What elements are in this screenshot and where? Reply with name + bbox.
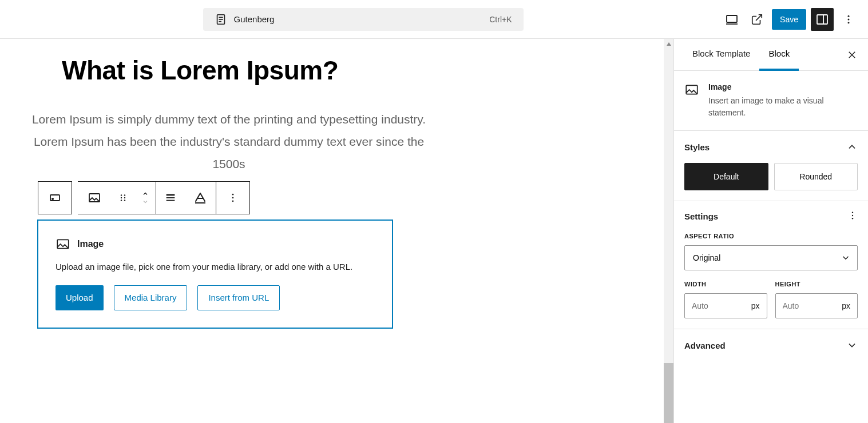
aspect-ratio-label: ASPECT RATIO	[684, 233, 858, 240]
settings-options-button[interactable]	[847, 210, 858, 222]
height-unit[interactable]: px	[842, 301, 850, 310]
caption-icon	[193, 191, 207, 205]
placeholder-title: Image	[77, 239, 104, 249]
scrollbar-up-icon[interactable]	[664, 39, 673, 49]
more-vertical-icon	[843, 14, 854, 25]
align-icon	[164, 191, 177, 204]
svg-line-6	[756, 14, 762, 20]
advanced-heading: Advanced	[684, 341, 726, 350]
close-sidebar-button[interactable]	[844, 47, 860, 63]
svg-point-10	[848, 18, 850, 20]
style-default-button[interactable]: Default	[684, 163, 768, 190]
styles-heading: Styles	[684, 142, 710, 152]
align-button[interactable]	[156, 182, 185, 214]
svg-rect-23	[167, 199, 175, 201]
svg-marker-29	[667, 42, 671, 46]
svg-point-25	[232, 193, 234, 195]
width-input[interactable]	[692, 301, 751, 310]
page-title[interactable]: What is Lorem Ipsum?	[62, 55, 435, 86]
more-vertical-icon	[847, 210, 858, 221]
tab-block[interactable]: Block	[759, 39, 799, 71]
block-description: Image Insert an image to make a visual s…	[674, 71, 868, 131]
top-bar-center: Gutenberg Ctrl+K	[9, 8, 717, 31]
upload-button[interactable]: Upload	[56, 285, 104, 310]
block-description-text: Insert an image to make a visual stateme…	[708, 95, 858, 119]
settings-sidebar: Block Template Block Image Insert an ima…	[673, 39, 868, 423]
style-options: Default Rounded	[684, 163, 858, 190]
tab-block-template[interactable]: Block Template	[683, 39, 759, 71]
open-external-button[interactable]	[747, 9, 767, 30]
scrollbar[interactable]	[664, 39, 673, 423]
styles-panel: Styles Default Rounded	[674, 131, 868, 201]
sidebar-icon	[815, 13, 829, 26]
svg-rect-22	[167, 197, 175, 198]
options-button[interactable]	[838, 9, 859, 30]
chevron-down-icon[interactable]	[141, 198, 150, 205]
body: What is Lorem Ipsum? Lorem Ipsum is simp…	[0, 39, 868, 423]
paragraph-block[interactable]: Lorem Ipsum is simply dummy text of the …	[23, 109, 435, 175]
move-buttons	[135, 182, 156, 214]
editor-canvas[interactable]: What is Lorem Ipsum? Lorem Ipsum is simp…	[0, 39, 469, 340]
external-icon	[751, 13, 763, 26]
scrollbar-thumb[interactable]	[664, 363, 673, 423]
toggle-sidebar-button[interactable]	[811, 8, 834, 31]
image-block-placeholder[interactable]: Image Upload an image file, pick one fro…	[38, 220, 393, 328]
canvas-wrap: What is Lorem Ipsum? Lorem Ipsum is simp…	[0, 39, 673, 423]
chevron-down-icon	[846, 340, 858, 351]
top-bar-right: Save	[722, 8, 859, 31]
svg-point-13	[52, 198, 53, 199]
placeholder-actions: Upload Media Library Insert from URL	[56, 285, 375, 310]
svg-point-17	[121, 197, 122, 198]
image-icon	[56, 237, 70, 252]
placeholder-description: Upload an image file, pick one from your…	[56, 262, 375, 272]
media-library-button[interactable]: Media Library	[114, 285, 188, 310]
parent-block-button[interactable]	[38, 182, 72, 214]
document-name: Gutenberg	[234, 14, 275, 24]
settings-panel: Settings ASPECT RATIO Original WIDTH px	[674, 201, 868, 329]
svg-point-19	[121, 199, 122, 201]
caption-button[interactable]	[185, 182, 216, 214]
svg-point-11	[848, 22, 850, 23]
width-label: WIDTH	[684, 281, 767, 288]
svg-point-34	[852, 215, 853, 216]
svg-point-20	[124, 199, 125, 201]
more-vertical-icon	[227, 192, 239, 203]
block-type-button[interactable]	[78, 182, 111, 214]
image-icon	[684, 82, 699, 97]
sidebar-tabs: Block Template Block	[674, 39, 868, 71]
settings-heading: Settings	[684, 212, 718, 221]
chevron-up-icon[interactable]	[141, 190, 150, 197]
svg-point-27	[232, 200, 234, 202]
block-options-button[interactable]	[216, 182, 249, 214]
drag-handle[interactable]	[111, 182, 135, 214]
document-icon	[215, 13, 227, 26]
save-button[interactable]: Save	[772, 9, 806, 30]
group-icon	[48, 191, 62, 205]
styles-panel-header[interactable]: Styles	[684, 141, 858, 153]
svg-rect-7	[817, 15, 827, 24]
advanced-panel-header[interactable]: Advanced	[684, 340, 858, 351]
svg-point-18	[124, 197, 125, 198]
document-switcher[interactable]: Gutenberg Ctrl+K	[203, 8, 524, 31]
image-icon	[88, 191, 101, 205]
dimension-row: WIDTH px HEIGHT px	[684, 281, 858, 318]
svg-rect-12	[50, 195, 60, 201]
settings-panel-header[interactable]: Settings	[684, 212, 858, 221]
style-rounded-button[interactable]: Rounded	[774, 163, 858, 190]
drag-icon	[118, 193, 128, 203]
top-bar: Gutenberg Ctrl+K Save	[0, 0, 868, 39]
height-input[interactable]	[783, 301, 842, 310]
close-icon	[847, 50, 857, 60]
height-label: HEIGHT	[775, 281, 858, 288]
document-shortcut: Ctrl+K	[489, 15, 512, 24]
svg-point-15	[121, 194, 122, 195]
view-button[interactable]	[722, 9, 742, 30]
block-name: Image	[708, 82, 858, 91]
advanced-panel: Advanced	[674, 329, 868, 361]
aspect-ratio-select[interactable]: Original	[684, 245, 858, 270]
insert-from-url-button[interactable]: Insert from URL	[197, 285, 280, 310]
svg-point-33	[852, 212, 853, 213]
width-unit[interactable]: px	[751, 301, 760, 310]
desktop-icon	[725, 13, 739, 26]
svg-point-9	[848, 15, 850, 17]
